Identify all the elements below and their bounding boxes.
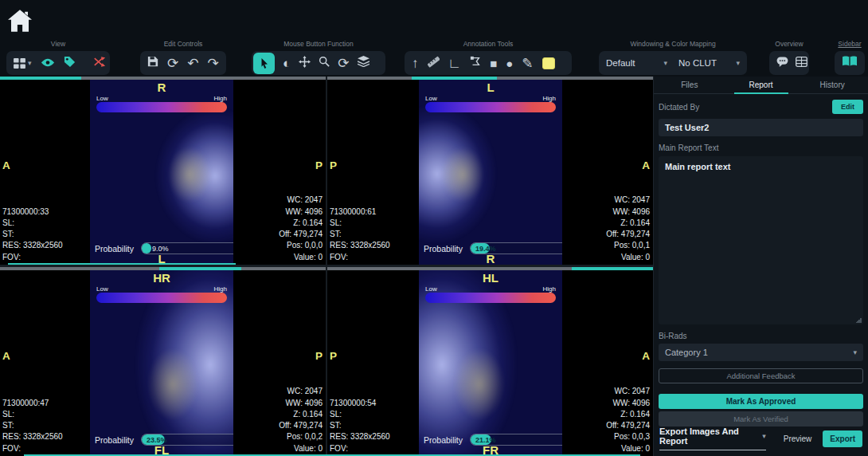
additional-feedback-button[interactable]: Additional Feedback [659, 368, 863, 383]
save-button[interactable] [147, 56, 158, 70]
viewport-hr-mlo[interactable]: HR Low High Probability 23.5% FL A P [0, 267, 326, 456]
undo-button[interactable]: ↶ [187, 57, 198, 70]
ruler-icon [428, 56, 440, 68]
image-panel[interactable]: HR Low High Probability 23.5% FL [90, 270, 233, 456]
tab-history[interactable]: History [796, 77, 868, 93]
colorbar-low-label: Low [96, 285, 108, 293]
probability-value: 19.4% [475, 245, 496, 253]
slice-scrollbar-thumb[interactable] [0, 77, 81, 80]
magnifier-icon [319, 56, 330, 67]
refresh-button[interactable]: ⟳ [167, 57, 178, 70]
export-button[interactable]: Export [823, 430, 862, 447]
contrast-tool-button[interactable]: ◐ [283, 57, 291, 70]
colorbar-low-label: Low [425, 95, 437, 102]
pencil-icon: ✎ [522, 56, 533, 71]
pointer-tool-button-selected[interactable] [253, 53, 275, 74]
ruler-annotation-button[interactable] [428, 56, 440, 71]
probability-value: 21.1% [475, 436, 496, 444]
edit-button[interactable]: Edit [832, 100, 863, 114]
group-label-windowing: Windowing & Color Mapping [599, 40, 747, 48]
dictated-by-label: Dictated By [659, 103, 699, 112]
colorbar-high-label: High [214, 95, 227, 102]
zoom-tool-button[interactable] [319, 56, 330, 70]
image-panel[interactable]: R Low High Probability 9.0% L [90, 80, 233, 265]
probability-bar: 21.1% [470, 434, 562, 446]
tag-icon [64, 56, 76, 68]
home-button[interactable] [8, 10, 32, 32]
orientation-marker-right: P [315, 159, 323, 171]
preview-button[interactable]: Preview [779, 434, 817, 444]
rotate-tool-button[interactable]: ⟳ [338, 57, 349, 70]
toolbar-group-mouse-function: Mouse Button Function ◐ [252, 40, 385, 75]
redo-icon: ↷ [208, 56, 219, 71]
chevron-down-icon: ▾ [853, 348, 857, 356]
mammography-viewer-app: View ▾ [0, 0, 868, 456]
circle-icon: ● [506, 57, 513, 70]
windowing-preset-select[interactable]: Default ▾ [606, 58, 667, 68]
crossed-arrows-icon [93, 57, 106, 67]
rectangle-annotation-button[interactable]: ■ [490, 57, 497, 69]
group-label-sidebar: Sidebar [835, 40, 865, 48]
image-panel[interactable]: L Low High Probability 19.4% R [419, 80, 562, 265]
pointer-icon [259, 57, 270, 69]
probability-label: Probability [424, 244, 470, 254]
mark-as-verified-button[interactable]: Mark As Verified [659, 411, 863, 427]
polygon-annotation-button[interactable] [470, 56, 481, 70]
toolbar-group-overview: Overview [769, 40, 809, 75]
eye-icon [41, 58, 55, 67]
mark-as-approved-button[interactable]: Mark As Approved [659, 394, 863, 409]
layout-grid-button[interactable]: ▾ [14, 58, 32, 69]
arrow-annotation-button[interactable]: ↑ [412, 57, 419, 70]
slice-scrollbar-thumb[interactable] [572, 267, 653, 270]
image-metadata-right: WC: 2047 WW: 4096 Z: 0.164 Off: 479,274 … [279, 195, 323, 263]
ellipse-annotation-button[interactable]: ● [506, 57, 513, 69]
sidebar-toggle-button[interactable] [842, 56, 858, 70]
labels-button[interactable] [64, 56, 76, 71]
undo-icon: ↶ [187, 56, 198, 71]
orientation-marker-right: A [642, 350, 650, 362]
tab-report[interactable]: Report [725, 77, 797, 93]
export-type-dropdown[interactable]: Export Images And Report ▾ [659, 427, 766, 450]
series-id: 71300000:54 [330, 398, 390, 409]
clut-select[interactable]: No CLUT ▾ [678, 58, 740, 68]
export-bar: Export Images And Report ▾ Preview Expor… [659, 427, 862, 450]
toggle-visibility-button[interactable] [41, 56, 55, 70]
group-label-overview: Overview [769, 40, 809, 48]
save-icon [147, 56, 158, 67]
tab-files[interactable]: Files [654, 77, 725, 93]
image-panel[interactable]: HL Low High Probability 21.1% FR [419, 270, 562, 456]
layers-tool-button[interactable] [358, 56, 369, 70]
viewport-r-cc[interactable]: R Low High Probability 9.0% L A P 71 [0, 77, 326, 265]
refresh-icon: ⟳ [167, 56, 178, 71]
main-report-textarea[interactable]: Main report text [659, 156, 863, 324]
annotation-color-swatch[interactable] [542, 57, 555, 69]
colorbar-low-label: Low [425, 285, 437, 293]
colorbar-gradient [425, 293, 556, 303]
rotate-icon: ⟳ [338, 56, 349, 71]
dictated-by-field[interactable]: Test User2 [659, 119, 863, 136]
pan-icon [299, 56, 311, 68]
angle-annotation-button[interactable]: ∟ [448, 57, 462, 70]
disable-sync-button[interactable] [93, 56, 106, 70]
square-icon: ■ [490, 57, 497, 70]
pan-tool-button[interactable] [299, 56, 311, 71]
overview-table-button[interactable] [796, 56, 807, 70]
orientation-marker-right: P [315, 350, 323, 362]
chevron-down-icon: ▾ [663, 59, 667, 67]
chevron-down-icon: ▾ [28, 59, 32, 67]
orientation-marker-left: P [330, 350, 337, 362]
freehand-annotation-button[interactable]: ✎ [522, 57, 533, 70]
redo-button[interactable]: ↷ [208, 57, 219, 70]
viewport-grid: R Low High Probability 9.0% L A P 71 [0, 77, 653, 456]
probability-bar: 23.5% [141, 434, 233, 446]
viewport-l-cc[interactable]: L Low High Probability 19.4% R P A 7 [327, 77, 653, 265]
toolbar-group-sidebar: Sidebar [835, 40, 865, 75]
colorbar-gradient [96, 293, 227, 303]
clut-value: No CLUT [678, 58, 717, 68]
birads-select[interactable]: Category 1 ▾ [659, 344, 863, 361]
toolbar-group-edit-controls: Edit Controls ⟳ ↶ ↷ [140, 40, 226, 75]
colorbar-gradient [96, 102, 227, 112]
comments-button[interactable] [776, 56, 788, 70]
viewport-hl-mlo[interactable]: HL Low High Probability 21.1% FR P A [327, 267, 653, 456]
group-label-annotation: Annotation Tools [405, 40, 572, 48]
